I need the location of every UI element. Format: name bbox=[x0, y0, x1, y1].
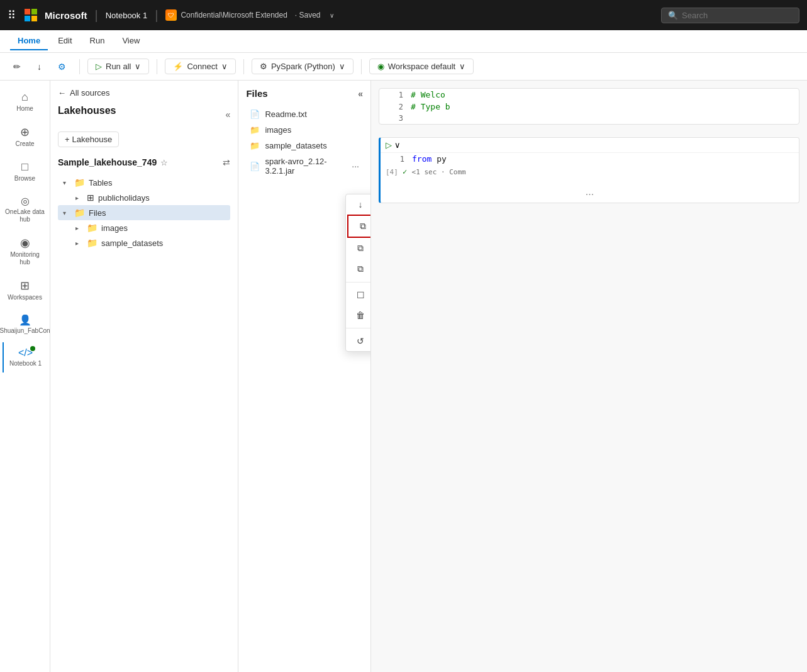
context-menu-copy-relative[interactable]: ⧉ Copy relative path for Spark bbox=[346, 238, 370, 259]
microsoft-logo bbox=[25, 9, 37, 21]
sidebar-item-browse[interactable]: □ Browse bbox=[3, 155, 48, 188]
tree-item-publicholidays[interactable]: ▸ ⊞ publicholidays bbox=[70, 190, 230, 205]
context-menu-load-data[interactable]: ↓ Load data › bbox=[346, 194, 370, 215]
download-button[interactable]: ↓ bbox=[31, 59, 47, 75]
menu-edit[interactable]: Edit bbox=[50, 32, 79, 50]
cell-result: [4] ✓ <1 sec · Comm bbox=[381, 165, 799, 181]
sidebar-item-monitoring[interactable]: ◉ Monitoring hub bbox=[3, 231, 48, 271]
cell-num: [4] bbox=[386, 168, 398, 176]
code-line-1: 1 # Welco bbox=[379, 89, 799, 101]
code-panel: 1 # Welco 2 # Type b 3 ▷ ∨ 1 from py bbox=[371, 81, 807, 672]
pin-icon[interactable]: ☆ bbox=[160, 158, 168, 167]
line-num-2: 2 bbox=[384, 103, 403, 111]
menu-home[interactable]: Home bbox=[10, 32, 48, 50]
sidebar-item-user[interactable]: 👤 Shuaijun_FabCon bbox=[3, 309, 48, 340]
brand-name: Microsoft bbox=[45, 10, 87, 21]
context-menu: ↓ Load data › ⧉ Copy ABFS path ⧉ Copy re… bbox=[345, 194, 370, 352]
code-area-1: 1 # Welco 2 # Type b 3 bbox=[379, 88, 799, 125]
play-cell-icon[interactable]: ▷ bbox=[386, 140, 392, 150]
lakehouse-name: Sample_lakehouse_749 bbox=[58, 157, 157, 167]
files-title-label: Files bbox=[246, 88, 267, 99]
context-menu-copy-abfs[interactable]: ⧉ Copy ABFS path bbox=[347, 215, 370, 238]
create-icon: ⊕ bbox=[20, 125, 30, 139]
monitoring-icon: ◉ bbox=[20, 236, 30, 250]
workspace-button[interactable]: ◉ Workspace default ∨ bbox=[369, 59, 474, 74]
top-bar: ⠿ Microsoft | Notebook 1 | 🛡 Confidentia… bbox=[0, 0, 807, 30]
readme-icon: 📄 bbox=[250, 109, 260, 119]
cell-chevron-icon[interactable]: ∨ bbox=[394, 140, 401, 150]
connect-button[interactable]: ⚡ Connect ∨ bbox=[165, 59, 235, 74]
tree-item-tables[interactable]: ▾ 📁 Tables bbox=[58, 175, 230, 190]
sidebar-label-notebook: Notebook 1 bbox=[9, 360, 42, 367]
main-layout: ⌂ Home ⊕ Create □ Browse ◎ OneLake data … bbox=[0, 81, 807, 672]
datasets-chevron-right-icon: ▸ bbox=[75, 240, 83, 247]
saved-chevron-icon[interactable]: ∨ bbox=[330, 12, 334, 19]
add-lakehouse-button[interactable]: + Lakehouse bbox=[58, 132, 119, 147]
sidebar-item-create[interactable]: ⊕ Create bbox=[3, 120, 48, 153]
code-comment-1: # Welco bbox=[411, 90, 445, 99]
sidebar-label-home: Home bbox=[16, 105, 33, 113]
images-folder-icon: 📁 bbox=[87, 223, 97, 233]
menu-run[interactable]: Run bbox=[82, 32, 113, 50]
onelake-icon: ◎ bbox=[21, 195, 30, 207]
sidebar-item-home[interactable]: ⌂ Home bbox=[3, 86, 48, 118]
file-item-images[interactable]: 📁 images bbox=[246, 122, 363, 138]
sample-datasets-label: sample_datasets bbox=[101, 238, 163, 248]
datasets-file-icon: 📁 bbox=[250, 141, 260, 150]
cell-ellipsis: ... bbox=[381, 181, 799, 203]
sidebar-label-browse: Browse bbox=[14, 175, 35, 182]
settings-button[interactable]: ⚙ bbox=[52, 59, 72, 75]
workspace-label: Workspace default bbox=[388, 62, 455, 71]
edit-button[interactable]: ✏ bbox=[8, 59, 26, 75]
edit-icon: ✏ bbox=[13, 62, 21, 72]
context-menu-copy-api[interactable]: ⧉ Copy File API path bbox=[346, 259, 370, 279]
lakehouse-panel: ← All sources Lakehouses « + Lakehouse S… bbox=[50, 81, 238, 672]
browse-icon: □ bbox=[21, 160, 28, 174]
context-menu-delete[interactable]: 🗑 Delete bbox=[346, 305, 370, 325]
file-item-readme[interactable]: 📄 Readme.txt bbox=[246, 106, 363, 122]
cell-toolbar: ▷ ∨ bbox=[381, 138, 799, 153]
images-chevron-right-icon: ▸ bbox=[75, 225, 83, 232]
files-panel-title: Files « bbox=[246, 88, 363, 99]
context-menu-refresh[interactable]: ↺ Refresh bbox=[346, 331, 370, 351]
toolbar-divider2 bbox=[157, 59, 157, 74]
search-input[interactable] bbox=[682, 11, 782, 20]
plus-icon: + bbox=[65, 135, 70, 144]
search-icon: 🔍 bbox=[668, 11, 678, 20]
download-icon: ↓ bbox=[37, 62, 42, 72]
code-cell2-py: py bbox=[437, 154, 447, 164]
sidebar-item-workspaces[interactable]: ⊞ Workspaces bbox=[3, 274, 48, 306]
sidebar-item-onelake[interactable]: ◎ OneLake data hub bbox=[3, 190, 48, 228]
file-item-jar[interactable]: 📄 spark-avro_2.12-3.2.1.jar ··· bbox=[246, 154, 363, 179]
line-num-3: 3 bbox=[384, 114, 403, 123]
copy-api-icon: ⧉ bbox=[355, 264, 366, 274]
collapse-files-icon[interactable]: « bbox=[358, 89, 363, 99]
code-cell2-text: from py bbox=[412, 154, 447, 164]
run-all-button[interactable]: ▷ Run all ∨ bbox=[87, 59, 149, 74]
tree-item-images[interactable]: ▸ 📁 images bbox=[70, 220, 230, 235]
file-item-sample-datasets[interactable]: 📁 sample_datasets bbox=[246, 138, 363, 154]
sidebar-item-notebook[interactable]: </> Notebook 1 bbox=[3, 342, 48, 372]
toolbar-divider1 bbox=[79, 59, 80, 74]
tree-item-sample-datasets[interactable]: ▸ 📁 sample_datasets bbox=[70, 235, 230, 250]
menu-view[interactable]: View bbox=[114, 32, 147, 50]
check-icon: ✓ bbox=[403, 167, 411, 176]
search-box[interactable]: 🔍 bbox=[661, 8, 799, 23]
sidebar-label-workspaces: Workspaces bbox=[8, 294, 42, 301]
context-menu-rename[interactable]: ☐ Rename bbox=[346, 285, 370, 305]
back-label: All sources bbox=[70, 88, 110, 98]
images-file-icon: 📁 bbox=[250, 125, 260, 135]
collapse-panel-icon[interactable]: « bbox=[226, 109, 231, 120]
table-icon: ⊞ bbox=[87, 193, 94, 203]
file-more-icon[interactable]: ··· bbox=[352, 161, 359, 171]
notebook-title[interactable]: Notebook 1 bbox=[106, 11, 148, 20]
code-line-cell2-1: 1 from py bbox=[381, 153, 799, 165]
tree-item-files[interactable]: ▾ 📁 Files bbox=[58, 205, 230, 220]
back-button[interactable]: ← All sources bbox=[58, 88, 230, 98]
shield-icon: 🛡 bbox=[165, 9, 177, 21]
chevron-right-icon: ▸ bbox=[75, 194, 83, 201]
jar-file-label: spark-avro_2.12-3.2.1.jar bbox=[265, 157, 347, 176]
sync-icon[interactable]: ⇄ bbox=[223, 157, 230, 167]
pyspark-button[interactable]: ⚙ PySpark (Python) ∨ bbox=[252, 59, 353, 74]
files-label: Files bbox=[89, 208, 106, 218]
